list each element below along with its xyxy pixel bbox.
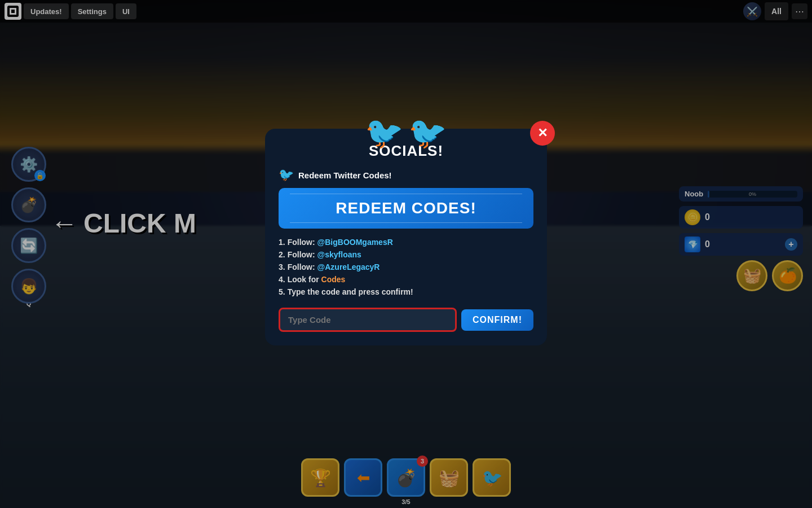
instruction-1: 1. Follow: @BigBOOMgamesR [279, 238, 533, 247]
modal: ✕ SOCIALS! 🐦 Redeem Twitter Codes! REDEE… [265, 129, 547, 345]
link-4[interactable]: Codes [321, 275, 346, 284]
close-x-icon: ✕ [537, 126, 548, 141]
instruction-text-4: Look for Codes [288, 275, 346, 284]
instruction-4: 4. Look for Codes [279, 275, 533, 284]
link-2[interactable]: @skyfloans [317, 250, 361, 259]
instruction-text-5: Type the code and press confirm! [288, 287, 413, 296]
mascot-bird-2: 🐦 [408, 115, 447, 151]
instruction-num-1: 1. [279, 238, 285, 247]
mascot-bird-1: 🐦 [365, 115, 404, 151]
instruction-num-3: 3. [279, 262, 285, 271]
twitter-subtitle-text: Redeem Twitter Codes! [298, 170, 392, 180]
instruction-text-1: Follow: @BigBOOMgamesR [288, 238, 393, 247]
instruction-num-4: 4. [279, 275, 285, 284]
modal-overlay: 🐦 🐦 ✕ SOCIALS! 🐦 Redeem Twitter Codes! R… [0, 0, 812, 508]
instruction-3: 3. Follow: @AzureLegacyR [279, 262, 533, 271]
instruction-5: 5. Type the code and press confirm! [279, 287, 533, 296]
redeem-banner-text: REDEEM CODES! [290, 199, 522, 217]
instruction-2: 2. Follow: @skyfloans [279, 250, 533, 259]
link-3[interactable]: @AzureLegacyR [317, 262, 380, 271]
instruction-num-5: 5. [279, 287, 285, 296]
instruction-text-2: Follow: @skyfloans [288, 250, 361, 259]
instructions-list: 1. Follow: @BigBOOMgamesR 2. Follow: @sk… [279, 238, 533, 296]
modal-mascot: 🐦 🐦 [365, 115, 447, 151]
instruction-num-2: 2. [279, 250, 285, 259]
modal-wrapper: 🐦 🐦 ✕ SOCIALS! 🐦 Redeem Twitter Codes! R… [265, 163, 547, 345]
twitter-header-icon: 🐦 [279, 168, 294, 182]
redeem-banner: REDEEM CODES! [279, 188, 533, 229]
code-input-field[interactable] [279, 308, 457, 332]
link-1[interactable]: @BigBOOMgamesR [317, 238, 393, 247]
modal-close-button[interactable]: ✕ [530, 121, 555, 146]
confirm-button[interactable]: CONFIRM! [461, 309, 533, 331]
instruction-text-3: Follow: @AzureLegacyR [288, 262, 380, 271]
twitter-header: 🐦 Redeem Twitter Codes! [279, 168, 533, 182]
code-input-row: CONFIRM! [279, 308, 533, 332]
